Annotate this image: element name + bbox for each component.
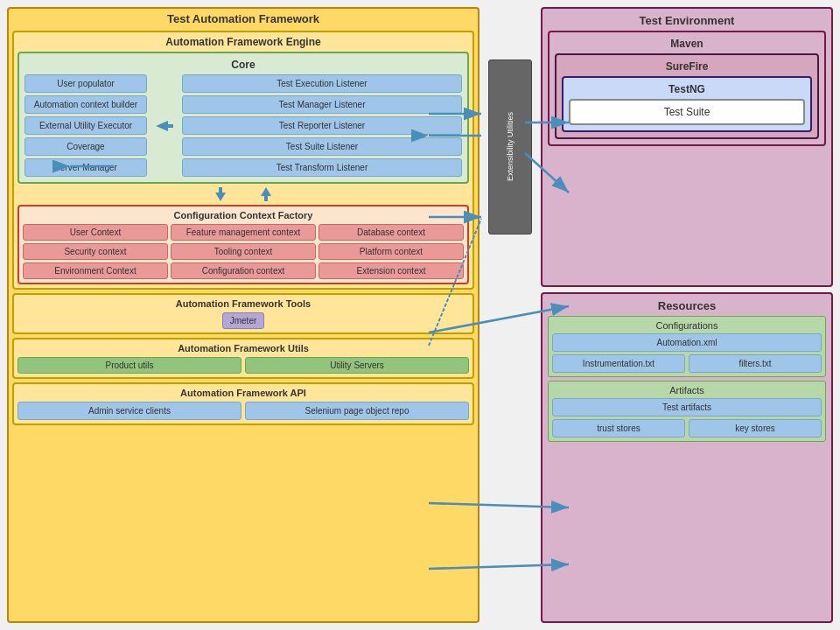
- testsuite-title: Test Suite: [576, 106, 798, 118]
- extensibility-box: Extensibility Utilities: [488, 60, 532, 234]
- instrumentation-txt-btn: Instrumentation.txt: [552, 354, 685, 373]
- product-utils-btn: Product utils: [18, 357, 242, 374]
- svg-rect-1: [168, 124, 173, 128]
- down-arrows: [18, 187, 469, 201]
- automation-context-builder: Automation context builder: [24, 95, 147, 114]
- config-row2: Instrumentation.txt filters.txt: [552, 354, 822, 373]
- ccf-grid: User Context Feature management context …: [23, 224, 464, 279]
- maven-title: Maven: [555, 38, 819, 50]
- core-arrow: [154, 74, 175, 177]
- surefire-title: SureFire: [562, 60, 812, 73]
- test-reporter-listener: Test Reporter Listener: [182, 116, 462, 135]
- security-context: Security context: [23, 243, 168, 260]
- ccf-box: Configuration Context Factory User Conte…: [18, 205, 469, 284]
- core-content: User populator Automation context builde…: [24, 74, 462, 177]
- svg-rect-5: [264, 194, 268, 201]
- key-stores-btn: key stores: [689, 419, 822, 438]
- config-row1: Automation.xml: [552, 333, 822, 352]
- right-column: Test Environment Maven SureFire TestNG T…: [541, 7, 833, 623]
- environment-context: Environment Context: [23, 262, 168, 279]
- resources-title: Resources: [548, 299, 826, 312]
- configurations-title: Configurations: [552, 320, 822, 331]
- server-manager: Server Manager: [24, 158, 147, 177]
- api-title: Automation Framework API: [18, 388, 469, 398]
- automation-xml-btn: Automation.xml: [552, 333, 822, 352]
- jmeter-btn: Jmeter: [222, 312, 265, 329]
- diagram-wrapper: Test Automation Framework Automation Fra…: [0, 0, 840, 630]
- svg-rect-3: [219, 187, 222, 194]
- external-utility-executor: External Utility Executor: [24, 116, 147, 135]
- taf-title: Test Automation Framework: [12, 12, 474, 25]
- test-transform-listener: Test Transform Listener: [182, 158, 462, 177]
- left-column: Test Automation Framework Automation Fra…: [7, 7, 480, 623]
- core-box: Core User populator Automation context b…: [18, 52, 469, 184]
- tools-title: Automation Framework Tools: [18, 298, 469, 309]
- test-suite-listener: Test Suite Listener: [182, 137, 462, 156]
- artifacts-title: Artifacts: [552, 385, 822, 396]
- test-artifacts-btn: Test artifacts: [552, 398, 822, 416]
- artifacts-box: Artifacts Test artifacts trust stores ke…: [548, 381, 826, 442]
- utility-servers-btn: Utility Servers: [245, 357, 469, 374]
- surefire-box: SureFire TestNG Test Suite: [555, 53, 819, 139]
- database-context: Database context: [318, 224, 464, 241]
- extensibility-label: Extensibility Utilities: [506, 112, 515, 181]
- api-content: Admin service clients Selenium page obje…: [18, 402, 469, 420]
- testng-title: TestNG: [569, 83, 805, 95]
- artifacts-row1: Test artifacts: [552, 398, 822, 416]
- core-left: User populator Automation context builde…: [24, 74, 147, 177]
- taf-box: Test Automation Framework Automation Fra…: [7, 7, 480, 623]
- admin-service-clients-btn: Admin service clients: [18, 402, 242, 420]
- utils-box: Automation Framework Utils Product utils…: [12, 338, 474, 379]
- utils-title: Automation Framework Utils: [18, 343, 469, 354]
- core-right: Test Execution Listener Test Manager Lis…: [182, 74, 462, 177]
- te-title: Test Environment: [548, 14, 826, 27]
- configuration-context: Configuration context: [171, 262, 316, 279]
- resources-box: Resources Configurations Automation.xml …: [541, 292, 833, 623]
- trust-stores-btn: trust stores: [552, 419, 685, 438]
- afe-title: Automation Framework Engine: [18, 36, 469, 48]
- core-title: Core: [24, 59, 462, 71]
- testsuite-box: Test Suite: [569, 99, 805, 125]
- utils-content: Product utils Utility Servers: [18, 357, 469, 374]
- coverage: Coverage: [24, 137, 147, 156]
- test-execution-listener: Test Execution Listener: [182, 74, 462, 93]
- test-env-box: Test Environment Maven SureFire TestNG T…: [541, 7, 833, 287]
- feature-mgmt-context: Feature management context: [171, 224, 316, 241]
- middle-column: Extensibility Utilities: [488, 7, 532, 623]
- user-context: User Context: [23, 224, 168, 241]
- maven-box: Maven SureFire TestNG Test Suite: [548, 31, 826, 146]
- ccf-title: Configuration Context Factory: [23, 210, 464, 220]
- afe-box: Automation Framework Engine Core User po…: [12, 31, 474, 290]
- user-populator: User populator: [24, 74, 147, 93]
- platform-context: Platform context: [318, 243, 464, 260]
- test-manager-listener: Test Manager Listener: [182, 95, 462, 114]
- extension-context: Extension context: [318, 262, 464, 279]
- filters-txt-btn: filters.txt: [689, 354, 822, 373]
- svg-marker-0: [156, 121, 168, 131]
- api-box: Automation Framework API Admin service c…: [12, 382, 474, 425]
- configurations-box: Configurations Automation.xml Instrument…: [548, 316, 826, 377]
- artifacts-row2: trust stores key stores: [552, 419, 822, 438]
- selenium-page-obj-btn: Selenium page object repo: [245, 402, 469, 420]
- tools-box: Automation Framework Tools Jmeter: [12, 293, 474, 334]
- tools-content: Jmeter: [18, 312, 469, 329]
- tooling-context: Tooling context: [171, 243, 316, 260]
- testng-box: TestNG Test Suite: [562, 76, 812, 132]
